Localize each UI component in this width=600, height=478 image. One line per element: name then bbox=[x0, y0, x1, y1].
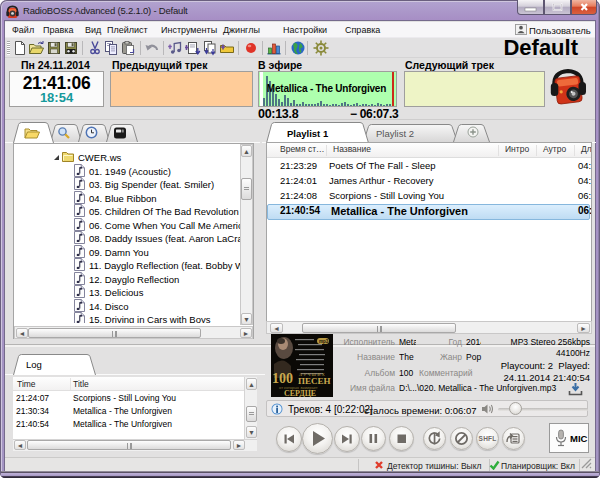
svg-text:Log: Log bbox=[26, 359, 42, 370]
svg-text:100: 100 bbox=[272, 371, 293, 386]
svg-text:Playlist 2: Playlist 2 bbox=[376, 128, 414, 139]
svg-text:СЕРДЦЕ: СЕРДЦЕ bbox=[284, 389, 316, 397]
svg-text:Playlist 1: Playlist 1 bbox=[287, 128, 329, 139]
